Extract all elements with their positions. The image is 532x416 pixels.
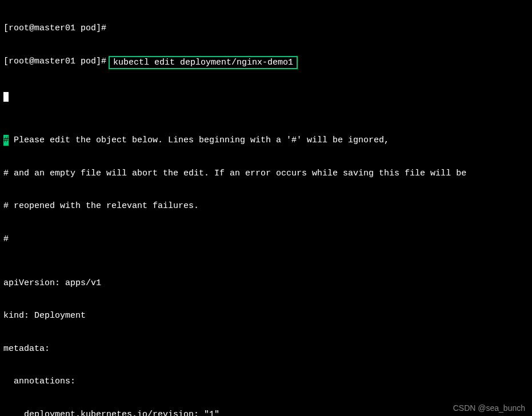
watermark: CSDN @sea_bunch	[453, 403, 525, 414]
comment-line: # reopened with the relevant failures.	[3, 201, 529, 211]
prompt-line-1: [root@master01 pod]#	[3, 23, 529, 34]
cursor-line	[3, 91, 529, 102]
shell-prompt: [root@master01 pod]#	[3, 56, 106, 69]
yaml-line: annotations:	[3, 376, 529, 387]
comment-line: #	[3, 234, 529, 245]
shell-prompt: [root@master01 pod]#	[3, 23, 106, 34]
command-highlight: kubectl edit deployment/nginx-demo1	[109, 56, 298, 69]
terminal-output[interactable]: [root@master01 pod]# [root@master01 pod]…	[0, 0, 532, 416]
yaml-line: kind: Deployment	[3, 310, 529, 321]
comment-line: # and an empty file will abort the edit.…	[3, 168, 529, 179]
yaml-line: deployment.kubernetes.io/revision: "1"	[3, 409, 529, 416]
hash-highlight: #	[3, 135, 9, 146]
comment-line: # Please edit the object below. Lines be…	[3, 135, 529, 146]
cursor-icon	[3, 92, 9, 102]
yaml-line: metadata:	[3, 343, 529, 354]
prompt-line-2: [root@master01 pod]# kubectl edit deploy…	[3, 56, 529, 69]
yaml-line: apiVersion: apps/v1	[3, 278, 529, 289]
